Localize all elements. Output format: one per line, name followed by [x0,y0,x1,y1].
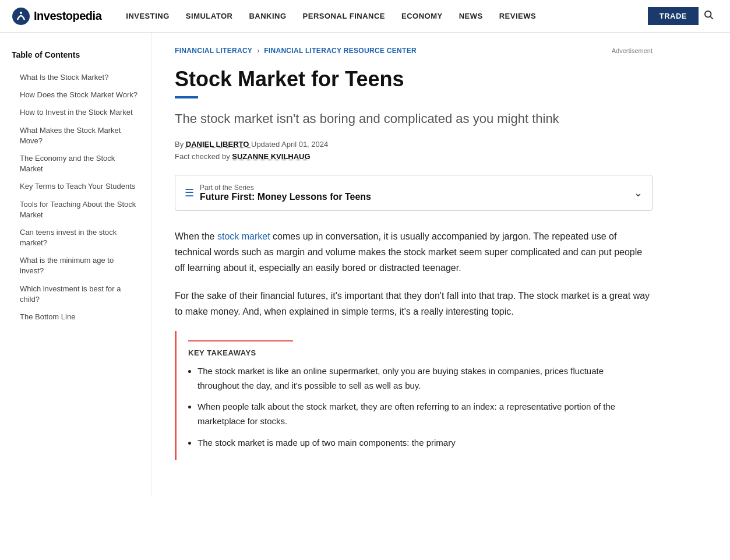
toc-item-1[interactable]: How Does the Stock Market Work? [12,86,139,104]
kt-heading: KEY TAKEAWAYS [188,348,641,357]
logo-text: Investopedia [34,9,101,23]
kt-item-1: When people talk about the stock market,… [198,400,641,429]
fact-check: Fact checked by SUZANNE KVILHAUG [175,152,653,161]
series-name: Future First: Money Lessons for Teens [200,192,371,202]
toc-item-3[interactable]: What Makes the Stock Market Move? [12,122,139,150]
search-icon [703,9,714,20]
toc-item-0[interactable]: What Is the Stock Market? [12,69,139,86]
svg-point-2 [705,11,711,17]
logo[interactable]: Investopedia [12,7,101,26]
toc-item-7[interactable]: Can teens invest in the stock market? [12,224,139,252]
investopedia-logo-icon [12,7,30,26]
toc-item-6[interactable]: Tools for Teaching About the Stock Marke… [12,196,139,224]
series-box-left: ☰ Part of the Series Future First: Money… [185,184,371,202]
kt-item-0: The stock market is like an online super… [198,364,641,393]
svg-point-1 [20,12,22,14]
ad-label: Advertisement [612,47,653,54]
chevron-down-icon: ⌄ [634,186,643,199]
search-button[interactable] [699,5,718,27]
updated-date: Updated April 01, 2024 [251,140,328,149]
page-container: Table of Contents What Is the Stock Mark… [0,33,730,497]
toc-item-2[interactable]: How to Invest in the Stock Market [12,104,139,121]
series-box[interactable]: ☰ Part of the Series Future First: Money… [175,175,653,211]
article-subtitle: The stock market isn't as boring and com… [175,110,653,128]
toc-item-4[interactable]: The Economy and the Stock Market [12,150,139,178]
kt-item-2: The stock market is made up of two main … [198,436,641,450]
header: Investopedia INVESTING SIMULATOR BANKING… [0,0,730,33]
key-takeaways-box: KEY TAKEAWAYS The stock market is like a… [175,331,653,460]
fact-check-prefix: Fact checked by [175,152,232,161]
author-name[interactable]: DANIEL LIBERTO [186,140,251,149]
series-label: Part of the Series [200,184,371,192]
toc-item-9[interactable]: Which investment is best for a child? [12,280,139,308]
title-underline [175,96,198,98]
nav-simulator[interactable]: SIMULATOR [179,7,240,25]
toc-item-10[interactable]: The Bottom Line [12,308,139,326]
breadcrumb-link-1[interactable]: FINANCIAL LITERACY [175,47,252,55]
sidebar: Table of Contents What Is the Stock Mark… [0,33,151,497]
toc-item-5[interactable]: Key Terms to Teach Your Students [12,178,139,195]
toc-title: Table of Contents [12,50,139,59]
author-meta: By DANIEL LIBERTO Updated April 01, 2024 [175,140,653,149]
article-title: Stock Market for Teens [175,66,653,91]
toc-item-8[interactable]: What is the minimum age to invest? [12,252,139,280]
kt-list: The stock market is like an online super… [188,364,641,450]
breadcrumb-separator: › [257,47,259,55]
nav-banking[interactable]: BANKING [242,7,293,25]
stock-market-link[interactable]: stock market [217,231,270,241]
nav-reviews[interactable]: REVIEWS [492,7,543,25]
author-prefix: By [175,140,186,149]
fact-checker-name[interactable]: SUZANNE KVILHAUG [232,152,310,161]
trade-button[interactable]: TRADE [648,7,699,25]
nav-personal-finance[interactable]: PERSONAL FINANCE [296,7,392,25]
main-content: FINANCIAL LITERACY › FINANCIAL LITERACY … [151,33,676,497]
series-icon: ☰ [185,186,194,199]
nav-investing[interactable]: INVESTING [119,7,177,25]
nav-economy[interactable]: ECONOMY [394,7,450,25]
main-navigation: INVESTING SIMULATOR BANKING PERSONAL FIN… [119,7,643,25]
breadcrumb: FINANCIAL LITERACY › FINANCIAL LITERACY … [175,47,653,55]
svg-line-3 [710,16,713,19]
nav-news[interactable]: NEWS [452,7,490,25]
series-text: Part of the Series Future First: Money L… [200,184,371,202]
article-paragraph-1: When the stock market comes up in conver… [175,228,653,276]
article-paragraph-2: For the sake of their financial futures,… [175,288,653,319]
breadcrumb-link-2[interactable]: FINANCIAL LITERACY RESOURCE CENTER [264,47,417,55]
